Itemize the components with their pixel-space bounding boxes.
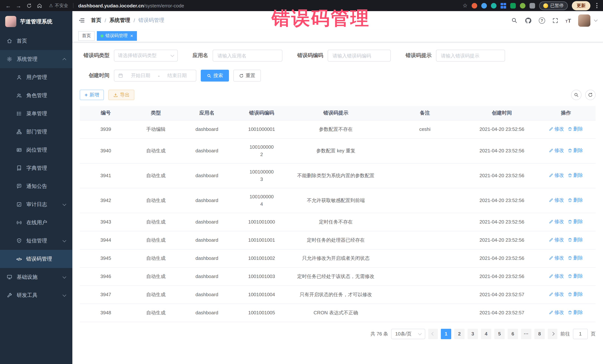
col-type: 类型 <box>132 106 180 120</box>
chevron-down-icon <box>62 275 66 278</box>
delete-button[interactable]: 删除 <box>568 236 583 243</box>
sidebar-item-online-users[interactable]: 在线用户 <box>0 213 72 232</box>
address-bar[interactable]: dashboard.yudao.iocoder.cn/system/error-… <box>78 3 184 8</box>
back-icon[interactable]: ← <box>4 1 13 10</box>
sidebar-item-infrastructure[interactable]: 基础设施 <box>0 268 72 286</box>
delete-button[interactable]: 删除 <box>568 309 583 316</box>
delete-button[interactable]: 删除 <box>568 196 583 204</box>
sidebar-item-sms[interactable]: 短信管理 <box>0 232 72 250</box>
prev-page-button[interactable] <box>428 329 438 339</box>
sidebar-item-users[interactable]: 用户管理 <box>0 68 72 86</box>
sidebar-item-notice[interactable]: 通知公告 <box>0 177 72 195</box>
sidebar-item-posts[interactable]: 岗位管理 <box>0 141 72 159</box>
page-button-2[interactable]: 2 <box>454 329 464 339</box>
sidebar-item-label: 审计日志 <box>26 201 47 208</box>
breadcrumb-system[interactable]: 系统管理 <box>109 17 130 24</box>
page-button-1[interactable]: 1 <box>441 329 451 339</box>
edit-button[interactable]: 修改 <box>549 125 564 132</box>
page-button-4[interactable]: 4 <box>481 329 491 339</box>
search-button[interactable]: 搜索 <box>201 70 229 82</box>
edit-button[interactable]: 修改 <box>549 236 564 243</box>
font-size-icon[interactable]: TT <box>565 18 571 23</box>
error-hint-input[interactable] <box>436 50 505 62</box>
delete-button[interactable]: 删除 <box>568 290 583 298</box>
update-button[interactable]: 更新 <box>572 1 590 10</box>
fullscreen-icon[interactable] <box>552 17 558 23</box>
edit-button[interactable]: 修改 <box>549 218 564 225</box>
hide-search-icon[interactable] <box>571 90 581 100</box>
reset-button[interactable]: 重置 <box>233 70 261 82</box>
help-icon[interactable]: ? <box>539 17 545 23</box>
breadcrumb-separator: / <box>134 17 135 23</box>
chrome-menu-icon[interactable] <box>594 3 599 8</box>
green-extension-icon[interactable] <box>510 3 516 8</box>
sidebar-item-dev-tools[interactable]: 研发工具 <box>0 286 72 304</box>
cell-time: 2021-04-20 23:52:56 <box>468 138 536 163</box>
home-icon[interactable] <box>35 1 44 10</box>
delete-button[interactable]: 删除 <box>568 218 583 225</box>
edit-button[interactable]: 修改 <box>549 272 564 280</box>
date-range-picker[interactable]: 开始日期 - 结束日期 <box>114 70 196 82</box>
search-icon[interactable] <box>511 17 517 24</box>
error-type-select[interactable]: 请选择错误码类型 <box>114 50 178 62</box>
tab-home[interactable]: 首页 <box>78 31 95 41</box>
sidebar-item-home[interactable]: 首页 <box>0 32 72 50</box>
page-button-3[interactable]: 3 <box>468 329 478 339</box>
sidebar-item-system[interactable]: 系统管理 <box>0 50 72 68</box>
edit-button[interactable]: 修改 <box>549 309 564 316</box>
breadcrumb-home[interactable]: 首页 <box>91 17 101 24</box>
edit-button[interactable]: 修改 <box>549 171 564 179</box>
puzzle-extension-icon[interactable] <box>530 3 535 8</box>
app-logo[interactable]: 芋道管理系统 <box>0 11 72 32</box>
page-button-5[interactable]: 5 <box>494 329 505 339</box>
app-name-input[interactable] <box>213 50 282 62</box>
delete-button[interactable]: 删除 <box>568 272 583 280</box>
delete-button[interactable]: 删除 <box>568 125 583 132</box>
goto-page-input[interactable] <box>573 329 588 339</box>
security-indicator[interactable]: ⚠ 不安全 <box>49 2 68 9</box>
code-icon: </> <box>16 257 22 261</box>
grid-extension-icon[interactable] <box>500 3 506 8</box>
edit-button[interactable]: 修改 <box>549 290 564 298</box>
edit-button[interactable]: 修改 <box>549 147 564 154</box>
teal-extension-icon[interactable] <box>491 3 497 8</box>
tab-error-code[interactable]: 错误码管理 × <box>97 31 137 41</box>
cell-msg: 不允许获取敏感配置到前端 <box>290 188 382 213</box>
page-size-select[interactable]: 10条/页 <box>391 329 425 339</box>
refresh-table-icon[interactable] <box>585 90 596 100</box>
paused-pill-button[interactable]: 已暂停 <box>539 1 568 10</box>
sidebar-item-error-code[interactable]: </> 错误码管理 <box>0 250 72 268</box>
forward-icon[interactable]: → <box>14 1 23 10</box>
drop-extension-icon[interactable] <box>481 3 487 8</box>
avatar[interactable] <box>578 14 590 26</box>
reload-icon[interactable] <box>24 1 33 10</box>
sidebar-item-roles[interactable]: 角色管理 <box>0 86 72 105</box>
sidebar-item-menus[interactable]: 菜单管理 <box>0 105 72 123</box>
error-code-input[interactable] <box>328 50 391 62</box>
page-button-6[interactable]: 6 <box>508 329 518 339</box>
delete-button[interactable]: 删除 <box>568 254 583 262</box>
sidebar-item-dictionary[interactable]: 字典管理 <box>0 159 72 177</box>
sidebar-item-departments[interactable]: 部门管理 <box>0 123 72 141</box>
delete-button[interactable]: 删除 <box>568 147 583 154</box>
add-button[interactable]: + 新增 <box>80 90 104 100</box>
leaf-extension-icon[interactable] <box>520 3 525 8</box>
delete-button[interactable]: 删除 <box>568 171 583 179</box>
chevron-right-icon <box>551 332 554 336</box>
filter-row-1: 错误码类型 请选择错误码类型 应用名 错误码编码 错误码提示 <box>80 50 596 62</box>
page-button-8[interactable]: 8 <box>534 329 545 339</box>
cell-app: dashboard <box>180 138 234 163</box>
export-button[interactable]: 导出 <box>108 90 134 100</box>
next-page-button[interactable] <box>548 329 557 339</box>
bookmark-star-icon[interactable]: ☆ <box>463 2 468 9</box>
cell-operations: 修改删除 <box>536 249 596 267</box>
record-extension-icon[interactable] <box>472 3 477 8</box>
hamburger-icon[interactable] <box>78 17 85 24</box>
edit-button[interactable]: 修改 <box>549 254 564 262</box>
page-ellipsis[interactable]: ··· <box>521 329 531 339</box>
sidebar-item-audit-log[interactable]: 审计日志 <box>0 195 72 213</box>
chevron-down-icon[interactable] <box>594 18 598 22</box>
github-icon[interactable] <box>524 17 532 24</box>
close-icon[interactable]: × <box>130 33 133 38</box>
edit-button[interactable]: 修改 <box>549 196 564 204</box>
